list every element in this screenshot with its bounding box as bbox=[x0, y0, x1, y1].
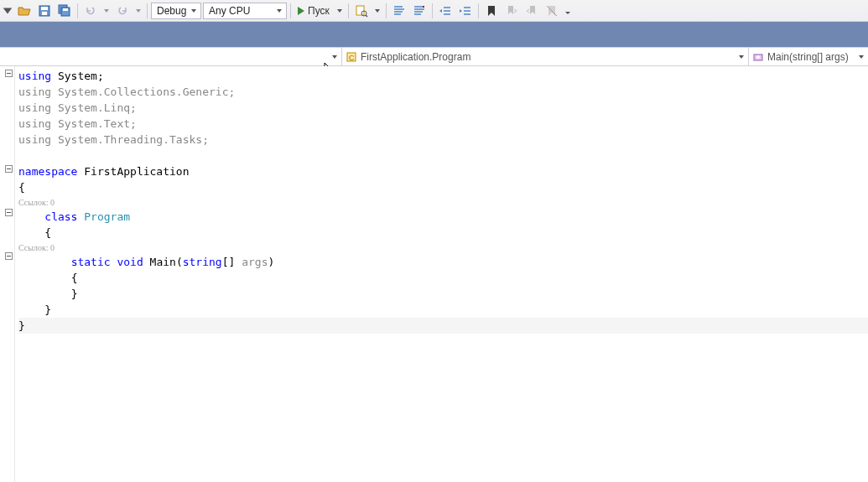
redo-dropdown-icon[interactable] bbox=[133, 2, 143, 20]
undo-icon[interactable] bbox=[81, 2, 100, 20]
code-line[interactable]: { bbox=[18, 179, 868, 195]
play-icon bbox=[298, 7, 304, 15]
svg-text:C: C bbox=[349, 54, 355, 62]
svg-rect-5 bbox=[63, 8, 68, 11]
code-line[interactable]: using System.Threading.Tasks; bbox=[18, 132, 868, 148]
save-icon[interactable] bbox=[35, 2, 54, 20]
outline-toggle-icon[interactable] bbox=[5, 209, 13, 216]
tab-strip-background bbox=[0, 22, 868, 47]
configuration-combo[interactable]: Debug bbox=[151, 3, 201, 19]
separator bbox=[77, 3, 78, 18]
outline-toggle-icon[interactable] bbox=[5, 70, 13, 77]
method-icon bbox=[752, 51, 764, 63]
code-line[interactable]: using System.Linq; bbox=[18, 100, 868, 116]
class-nav-combo[interactable]: C FirstApplication.Program bbox=[342, 48, 749, 65]
clear-bookmarks-icon[interactable] bbox=[543, 2, 561, 20]
chevron-down-icon bbox=[189, 5, 199, 17]
separator bbox=[290, 3, 291, 18]
find-dropdown-icon[interactable] bbox=[372, 2, 382, 20]
outline-toggle-icon[interactable] bbox=[5, 252, 13, 260]
redo-icon[interactable] bbox=[113, 2, 132, 20]
platform-label: Any CPU bbox=[209, 5, 250, 17]
outline-gutter bbox=[0, 66, 15, 482]
class-icon: C bbox=[346, 51, 357, 63]
chevron-down-icon bbox=[274, 5, 284, 17]
svg-rect-2 bbox=[42, 12, 47, 15]
code-line[interactable]: { bbox=[18, 270, 868, 286]
separator bbox=[386, 3, 387, 18]
separator bbox=[348, 3, 349, 18]
separator bbox=[147, 3, 148, 18]
main-toolbar: Debug Any CPU Пуск bbox=[0, 0, 868, 22]
configuration-label: Debug bbox=[157, 5, 186, 17]
code-line[interactable]: { bbox=[18, 225, 868, 241]
code-line[interactable]: using System.Collections.Generic; bbox=[18, 84, 868, 100]
next-bookmark-icon[interactable] bbox=[522, 2, 541, 20]
comment-out-icon[interactable] bbox=[390, 2, 408, 20]
increase-indent-icon[interactable] bbox=[456, 2, 475, 20]
code-line[interactable] bbox=[18, 148, 868, 163]
prev-bookmark-icon[interactable] bbox=[502, 2, 521, 20]
svg-rect-1 bbox=[41, 7, 48, 10]
toolbar-overflow-icon[interactable] bbox=[563, 2, 573, 20]
separator bbox=[432, 3, 433, 18]
outline-toggle-icon[interactable] bbox=[5, 165, 13, 173]
separator bbox=[478, 3, 479, 18]
decrease-indent-icon[interactable] bbox=[436, 2, 455, 20]
find-in-files-icon[interactable] bbox=[352, 2, 371, 20]
chevron-down-icon bbox=[738, 51, 745, 63]
chevron-down-icon[interactable] bbox=[2, 2, 13, 20]
codelens-references[interactable]: Ссылок: 0 bbox=[18, 242, 868, 254]
project-nav-combo[interactable] bbox=[0, 48, 342, 65]
member-nav-label: Main(string[] args) bbox=[767, 51, 849, 63]
chevron-down-icon bbox=[331, 51, 338, 63]
uncomment-icon[interactable] bbox=[410, 2, 429, 20]
code-line[interactable]: using System; bbox=[18, 68, 868, 84]
start-dropdown-icon[interactable] bbox=[335, 2, 345, 20]
code-line[interactable]: class Program bbox=[18, 209, 868, 225]
save-all-icon[interactable] bbox=[55, 2, 74, 20]
platform-combo[interactable]: Any CPU bbox=[203, 3, 287, 19]
code-line[interactable]: } bbox=[18, 302, 868, 318]
code-line[interactable]: } bbox=[18, 286, 868, 302]
start-label: Пуск bbox=[308, 5, 330, 17]
code-line[interactable]: static void Main(string[] args) bbox=[18, 254, 868, 270]
class-nav-label: FirstApplication.Program bbox=[361, 51, 470, 63]
undo-dropdown-icon[interactable] bbox=[101, 2, 112, 20]
code-line[interactable]: namespace FirstApplication bbox=[18, 163, 868, 179]
bookmark-icon[interactable] bbox=[482, 2, 501, 20]
code-line[interactable]: using System.Text; bbox=[18, 116, 868, 132]
member-nav-combo[interactable]: Main(string[] args) bbox=[749, 48, 868, 65]
svg-point-13 bbox=[756, 55, 760, 59]
open-folder-icon[interactable] bbox=[15, 2, 34, 20]
chevron-down-icon bbox=[858, 51, 865, 63]
svg-line-8 bbox=[366, 15, 367, 17]
start-button[interactable]: Пуск bbox=[294, 2, 333, 20]
code-navigation-bar: C FirstApplication.Program Main(string[]… bbox=[0, 47, 868, 66]
codelens-references[interactable]: Ссылок: 0 bbox=[18, 197, 868, 209]
code-editor[interactable]: using System; using System.Collections.G… bbox=[0, 66, 868, 482]
code-line[interactable]: } bbox=[18, 318, 868, 334]
svg-rect-6 bbox=[356, 6, 364, 15]
code-area[interactable]: using System; using System.Collections.G… bbox=[15, 66, 868, 334]
